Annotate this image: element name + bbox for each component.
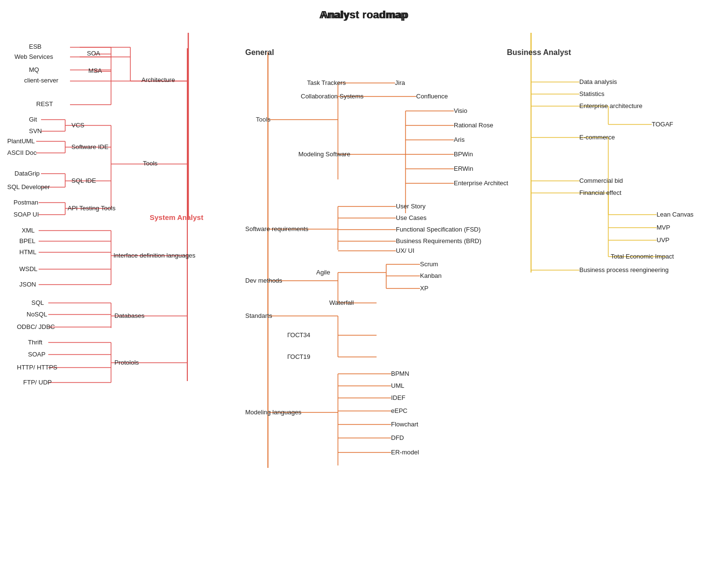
softwareide-plantuml: PlantUML: [7, 137, 35, 145]
db-odbc: ODBC/ JDBC: [17, 323, 55, 330]
arch-rest: REST: [36, 100, 53, 108]
vcs-git: Git: [29, 116, 37, 123]
sqlide-datagrip: DataGrip: [14, 170, 40, 177]
ms-aris: Aris: [454, 136, 464, 143]
api-soapui: SOAP UI: [14, 211, 39, 218]
ba-uvp: UVP: [657, 236, 670, 244]
ml-dfd: DFD: [391, 434, 404, 441]
proto-http: HTTP/ HTTPS: [17, 364, 57, 371]
modeling-langs-label: Modeling languages: [245, 409, 301, 416]
page-title-text: Analyst roadmap: [0, 9, 728, 21]
sqlide-sqldeveloper: SQL Developer: [7, 183, 50, 191]
db-nosql: NoSQL: [27, 311, 47, 318]
ba-financial-effect: Financial effect: [579, 189, 621, 196]
softwareide-label: Software IDE: [71, 143, 109, 150]
scrum-label: Scrum: [420, 260, 438, 268]
idl-json: JSON: [19, 281, 36, 288]
api-postman: Postman: [14, 199, 38, 206]
jira-label: Jira: [395, 79, 405, 86]
ba-mvp: MVP: [657, 224, 670, 231]
proto-ftp: FTP/ UDP: [23, 379, 52, 386]
ba-togaf: TOGAF: [652, 121, 673, 128]
arch-mq: MQ: [29, 66, 39, 73]
sr-brd: Business Requirements (BRD): [396, 237, 481, 245]
ba-enterprise-arch: Enterprise architecture: [579, 102, 643, 109]
ba-data-analysis: Data analysis: [579, 78, 617, 85]
ml-uml: UML: [391, 382, 404, 389]
apitesting-label: API Testing Tools: [68, 205, 115, 212]
ml-bpmn: BPMN: [391, 370, 409, 377]
collab-systems-label: Collaboration Systems: [301, 93, 364, 100]
idl-bpel: BPEL: [19, 237, 35, 245]
arch-esb: ESB: [29, 43, 42, 50]
business-analyst-label: Business Analyst: [507, 48, 571, 57]
ba-commercial-bid: Commercial bid: [579, 177, 623, 184]
ba-tei: Total Economic Impact: [611, 253, 674, 260]
ba-leancanvas: Lean Canvas: [657, 211, 694, 218]
ml-ermodel: ER-model: [391, 449, 419, 456]
ml-idef: IDEF: [391, 394, 406, 401]
protocols-label: Protolols: [114, 359, 139, 366]
gost34-label: ГОСТ34: [287, 331, 310, 339]
db-sql: SQL: [31, 299, 44, 306]
arch-webservices: Web Services: [14, 53, 53, 60]
general-tools-label: Tools: [256, 116, 270, 123]
proto-soap: SOAP: [28, 351, 45, 358]
gost19-label: ГОСТ19: [287, 353, 310, 360]
tools-left-label: Tools: [143, 160, 157, 167]
idl-html: HTML: [19, 248, 36, 256]
sw-req-label: Software requirements: [245, 225, 308, 232]
ba-ecommerce: E-commerce: [579, 134, 615, 141]
ml-eepc: eEPC: [391, 407, 407, 414]
system-analyst-label: System Analyst: [150, 213, 203, 221]
idl-label: Interface definition languages: [113, 252, 196, 259]
modeling-software-label: Modeling Software: [298, 150, 350, 158]
softwareide-asciidoc: ASCII Doc: [7, 149, 37, 156]
arch-soa: SOA: [87, 50, 100, 57]
arch-msa: MSA: [88, 67, 102, 74]
ms-rationalrose: Rational Rose: [454, 122, 493, 129]
architecture-label: Architecture: [141, 76, 175, 83]
sqlide-label: SQL IDE: [71, 177, 96, 184]
dev-methods-label: Dev methods: [245, 277, 282, 284]
standarts-label: Standarts: [245, 312, 272, 319]
general-label: General: [245, 48, 274, 57]
sr-usecases: Use Cases: [396, 214, 427, 221]
ml-flowchart: Flowchart: [391, 421, 418, 428]
ms-visio: Visio: [454, 107, 467, 114]
arch-clientserver: client-server: [24, 77, 58, 84]
confluence-label: Confluence: [416, 93, 448, 100]
ms-ea: Enterprise Architect: [454, 179, 508, 187]
sr-uxui: UX/ UI: [396, 247, 414, 254]
vcs-label: VCS: [71, 122, 84, 129]
idl-xml: XML: [22, 227, 35, 234]
idl-wsdl: WSDL: [19, 265, 38, 273]
ms-bpwin: BPWin: [454, 150, 473, 158]
proto-thrift: Thrift: [28, 339, 42, 346]
sr-userstory: User Story: [396, 203, 425, 210]
kanban-label: Kanban: [420, 272, 442, 279]
task-trackers-label: Task Trackers: [307, 79, 346, 86]
xp-label: XP: [420, 285, 428, 292]
ba-statistics: Statistics: [579, 90, 604, 97]
ba-bpr: Business process reengineering: [579, 266, 669, 273]
vcs-svn: SVN: [29, 127, 42, 135]
sr-fsd: Functional Specification (FSD): [396, 226, 481, 233]
databases-label: Databases: [114, 312, 144, 319]
agile-label: Agile: [316, 269, 330, 276]
waterfall-label: Waterfall: [329, 299, 354, 306]
ms-erwin: ERWin: [454, 165, 473, 172]
